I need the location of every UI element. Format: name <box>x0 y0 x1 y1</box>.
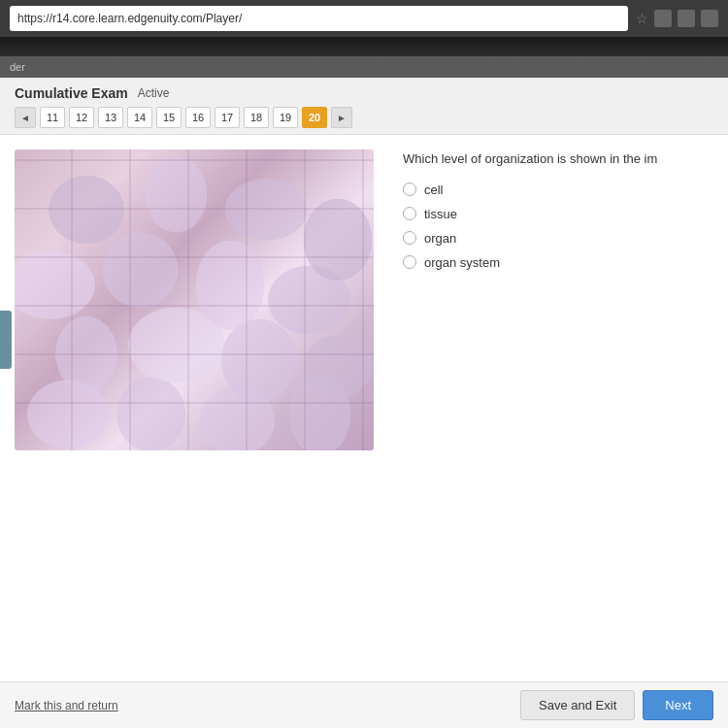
microscope-image <box>15 149 374 450</box>
options-list: cell tissue organ organ system <box>403 182 713 270</box>
footer-buttons: Save and Exit Next <box>520 690 713 720</box>
exam-title: Cumulative Exam <box>15 85 128 101</box>
option-organ-system-label: organ system <box>424 255 500 270</box>
next-button[interactable]: Next <box>643 690 713 720</box>
question-text: Which level of organization is shown in … <box>403 149 713 169</box>
save-exit-button[interactable]: Save and Exit <box>520 690 635 720</box>
browser-icons: ☆ <box>636 10 718 27</box>
nav-btn-11[interactable]: 11 <box>40 107 65 128</box>
exam-title-row: Cumulative Exam Active <box>15 85 713 101</box>
question-area: Which level of organization is shown in … <box>0 135 728 681</box>
extension-icon-3 <box>701 10 718 27</box>
question-section: Which level of organization is shown in … <box>403 149 713 667</box>
mark-return-link[interactable]: Mark this and return <box>15 699 118 712</box>
tab-bar: der <box>0 56 728 78</box>
prev-nav-arrow[interactable]: ◄ <box>15 107 36 128</box>
footer: Mark this and return Save and Exit Next <box>0 681 728 728</box>
nav-btn-19[interactable]: 19 <box>273 107 298 128</box>
option-organ-system[interactable]: organ system <box>403 255 713 270</box>
extension-icon-1 <box>654 10 672 27</box>
nav-btn-13[interactable]: 13 <box>98 107 123 128</box>
sidebar-tab <box>0 311 12 369</box>
radio-cell[interactable] <box>403 182 416 196</box>
bookmark-icon: ☆ <box>636 11 648 26</box>
tab-label: der <box>10 61 25 73</box>
nav-btn-15[interactable]: 15 <box>156 107 182 128</box>
exam-status: Active <box>138 86 170 100</box>
radio-organ-system[interactable] <box>403 255 416 269</box>
image-section <box>15 149 383 667</box>
nav-btn-12[interactable]: 12 <box>69 107 94 128</box>
main-content: Cumulative Exam Active ◄ 11 12 13 14 15 … <box>0 78 728 728</box>
nav-btn-16[interactable]: 16 <box>185 107 211 128</box>
option-cell[interactable]: cell <box>403 182 713 197</box>
option-organ[interactable]: organ <box>403 231 713 246</box>
exam-header: Cumulative Exam Active ◄ 11 12 13 14 15 … <box>0 78 728 135</box>
browser-chrome: https://r14.core.learn.edgenuity.com/Pla… <box>0 0 728 37</box>
nav-btn-14[interactable]: 14 <box>127 107 152 128</box>
nav-btn-17[interactable]: 17 <box>215 107 240 128</box>
question-nav: ◄ 11 12 13 14 15 16 17 18 19 20 ► <box>15 107 713 128</box>
cell-walls <box>15 149 374 450</box>
next-nav-arrow[interactable]: ► <box>331 107 352 128</box>
option-cell-label: cell <box>424 182 444 197</box>
radio-tissue[interactable] <box>403 207 416 220</box>
extension-icon-2 <box>678 10 695 27</box>
option-tissue[interactable]: tissue <box>403 207 713 221</box>
dark-overlay <box>0 37 728 56</box>
radio-organ[interactable] <box>403 231 416 245</box>
nav-btn-20[interactable]: 20 <box>302 107 327 128</box>
address-bar[interactable]: https://r14.core.learn.edgenuity.com/Pla… <box>10 6 628 31</box>
option-organ-label: organ <box>424 231 456 246</box>
url-text: https://r14.core.learn.edgenuity.com/Pla… <box>17 12 242 25</box>
option-tissue-label: tissue <box>424 207 457 221</box>
nav-btn-18[interactable]: 18 <box>244 107 269 128</box>
